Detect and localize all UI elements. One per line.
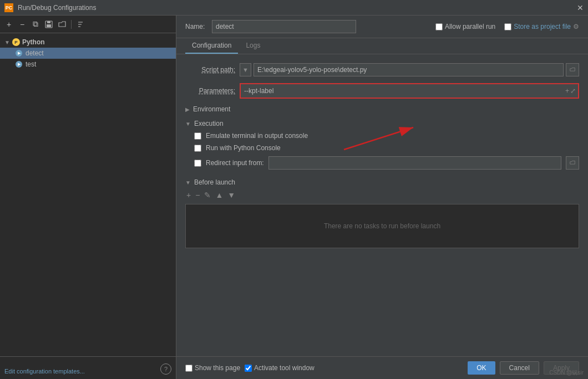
title-bar-left: PC Run/Debug Configurations [4, 3, 96, 12]
tabs-bar: Configuration Logs [176, 38, 588, 54]
tab-configuration[interactable]: Configuration [185, 38, 238, 54]
script-path-label: Script path: [185, 66, 235, 74]
copy-config-button[interactable]: ⧉ [30, 19, 41, 30]
execution-label: Execution [194, 120, 224, 127]
content-area: Name: Allow parallel run Store as projec… [176, 16, 588, 379]
svg-rect-1 [47, 21, 50, 23]
parameters-label: Parameters: [185, 87, 235, 95]
script-path-row: Script path: ▼ [185, 63, 579, 76]
before-launch-add-button[interactable]: + [185, 191, 192, 199]
save-config-button[interactable] [43, 19, 54, 30]
app-icon: PC [4, 3, 13, 12]
help-button[interactable]: ? [160, 363, 171, 375]
redirect-browse-button[interactable] [566, 156, 579, 170]
sidebar-item-test[interactable]: ▶ test [0, 59, 176, 70]
name-input[interactable] [212, 20, 356, 33]
redirect-input-checkbox[interactable] [194, 160, 201, 167]
store-as-project-checkbox[interactable] [504, 23, 511, 30]
params-multiline-button[interactable]: ⤢ [570, 87, 576, 95]
activate-tool-window-row: Activate tool window [245, 364, 315, 372]
before-launch-header: ▼ Before launch [185, 178, 579, 186]
before-launch-edit-button[interactable]: ✎ [203, 191, 212, 199]
show-this-page-label: Show this page [195, 364, 240, 372]
params-buttons: + ⤢ [563, 87, 578, 95]
allow-parallel-checkbox-row: Allow parallel run [435, 23, 495, 30]
before-launch-section: ▼ Before launch + − ✎ ▲ ▼ There are no t… [185, 178, 579, 248]
before-launch-down-button[interactable]: ▼ [226, 191, 236, 199]
tree-group-python-header[interactable]: ▼ P Python [0, 37, 176, 48]
python-icon: P [12, 38, 20, 46]
store-as-project-checkbox-row: Store as project file ⚙ [504, 23, 579, 30]
show-this-page-row: Show this page [185, 364, 240, 372]
params-expand-button[interactable]: + [565, 87, 569, 95]
toolbar-divider [71, 20, 72, 29]
before-launch-toggle[interactable]: ▼ [185, 180, 191, 186]
emulate-terminal-row: Emulate terminal in output console [194, 132, 579, 140]
parameters-input[interactable] [241, 84, 563, 98]
add-config-button[interactable]: + [3, 19, 14, 30]
sidebar-toolbar: + − ⧉ [0, 16, 176, 33]
before-launch-remove-button[interactable]: − [194, 191, 201, 199]
tree-group-python-label: Python [22, 38, 45, 46]
title-bar: PC Run/Debug Configurations ✕ [0, 0, 588, 16]
svg-rect-2 [47, 24, 51, 27]
close-button[interactable]: ✕ [577, 3, 584, 12]
environment-label: Environment [193, 105, 230, 113]
config-panel: Script path: ▼ Parameters: [176, 54, 588, 356]
cancel-button[interactable]: Cancel [500, 361, 539, 375]
sidebar-item-detect[interactable]: ▶ detect [0, 48, 176, 59]
main-container: + − ⧉ [0, 16, 588, 379]
run-with-python-console-checkbox[interactable] [194, 145, 201, 152]
redirect-input-row: Redirect input from: [194, 156, 579, 170]
sidebar-bottom: Edit configuration templates... ? [0, 356, 176, 379]
script-path-input[interactable] [254, 63, 564, 76]
execution-toggle[interactable]: ▼ [185, 121, 191, 127]
redirect-input-field[interactable] [268, 156, 561, 170]
sort-config-button[interactable] [75, 19, 86, 30]
execution-content: Emulate terminal in output console Run w… [185, 132, 579, 170]
before-launch-toolbar: + − ✎ ▲ ▼ [185, 191, 579, 199]
chevron-down-icon: ▼ [4, 39, 10, 45]
sidebar: + − ⧉ [0, 16, 176, 379]
parameters-input-container: + ⤢ [240, 83, 579, 99]
before-launch-up-button[interactable]: ▲ [214, 191, 224, 199]
before-launch-area: There are no tasks to run before launch [185, 204, 579, 248]
script-path-browse-button[interactable] [566, 63, 579, 76]
sidebar-item-test-label: test [26, 60, 36, 68]
execution-section-header: ▼ Execution [185, 120, 579, 127]
allow-parallel-label: Allow parallel run [445, 23, 495, 30]
parameters-row: Parameters: + ⤢ [185, 83, 579, 99]
remove-config-button[interactable]: − [17, 19, 28, 30]
config-icon-test: ▶ [16, 61, 22, 68]
script-path-dropdown[interactable]: ▼ [240, 63, 251, 76]
run-with-python-console-label: Run with Python Console [206, 144, 281, 152]
allow-parallel-checkbox[interactable] [435, 23, 443, 30]
folder-config-button[interactable] [57, 19, 68, 30]
redirect-input-label: Redirect input from: [206, 159, 264, 167]
content-footer: Show this page Activate tool window OK C… [176, 356, 588, 379]
emulate-terminal-checkbox[interactable] [194, 132, 201, 140]
footer-left: Show this page Activate tool window [185, 364, 315, 372]
run-with-python-console-row: Run with Python Console [194, 144, 579, 152]
watermark: CSDN @锅sir [549, 369, 584, 377]
tab-logs[interactable]: Logs [239, 38, 267, 54]
activate-tool-window-label: Activate tool window [254, 364, 315, 372]
tree-group-python: ▼ P Python ▶ detect ▶ test [0, 35, 176, 71]
ok-button[interactable]: OK [468, 361, 495, 375]
config-icon-detect: ▶ [16, 50, 22, 57]
sidebar-item-detect-label: detect [26, 49, 44, 57]
show-this-page-checkbox[interactable] [185, 365, 192, 372]
name-label: Name: [185, 23, 207, 30]
environment-toggle[interactable]: ▶ [185, 106, 190, 112]
gear-icon[interactable]: ⚙ [573, 23, 579, 30]
activate-tool-window-checkbox[interactable] [245, 365, 252, 372]
environment-section-header: ▶ Environment [185, 105, 579, 113]
name-row: Name: [185, 20, 427, 33]
content-header: Name: Allow parallel run Store as projec… [176, 16, 588, 38]
sidebar-tree: ▼ P Python ▶ detect ▶ test [0, 33, 176, 356]
no-tasks-text: There are no tasks to run before launch [324, 222, 440, 230]
title-bar-title: Run/Debug Configurations [18, 4, 96, 12]
header-options: Allow parallel run Store as project file… [435, 23, 579, 30]
script-path-input-row: ▼ [240, 63, 579, 76]
edit-templates-link[interactable]: Edit configuration templates... [4, 368, 85, 375]
